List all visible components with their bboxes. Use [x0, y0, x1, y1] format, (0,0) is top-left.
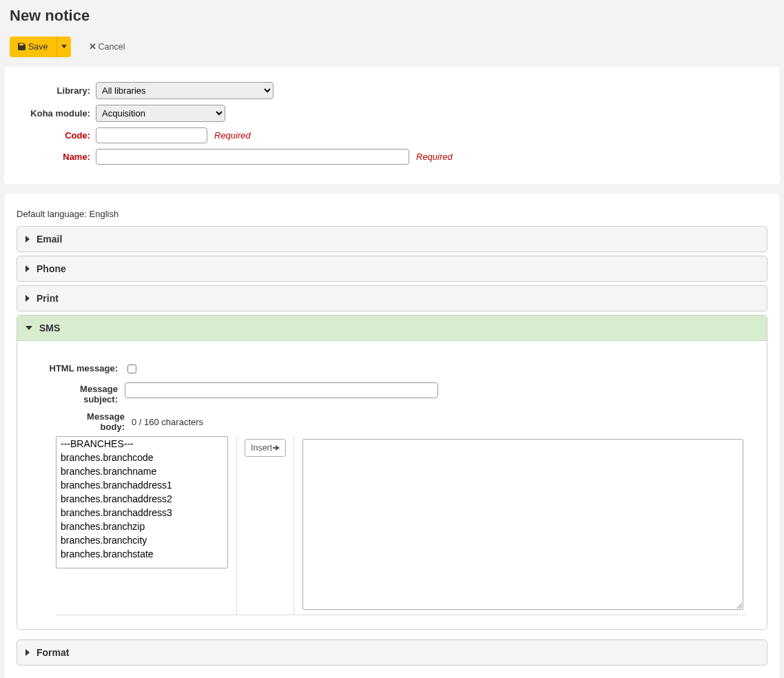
- html-message-checkbox[interactable]: [127, 364, 136, 373]
- caret-down-icon: [61, 45, 67, 48]
- accordion-header-phone[interactable]: Phone: [17, 256, 767, 281]
- tag-option[interactable]: branches.branchname: [56, 464, 227, 478]
- tag-option[interactable]: branches.branchcity: [56, 533, 227, 547]
- tag-option[interactable]: branches.branchaddress2: [56, 492, 227, 506]
- save-button-group: Save: [10, 37, 71, 57]
- accordion-label: Phone: [37, 263, 66, 274]
- insert-button-label: Insert: [251, 443, 272, 453]
- char-counter: 0 / 160 characters: [132, 417, 203, 427]
- tag-option[interactable]: ---BRANCHES---: [56, 437, 227, 451]
- default-language-label: Default language:: [17, 209, 87, 219]
- name-label: Name:: [17, 152, 96, 162]
- subject-input[interactable]: [125, 382, 438, 398]
- tag-option[interactable]: branches.branchzip: [56, 520, 227, 533]
- accordion-label: SMS: [39, 322, 60, 333]
- page-title: New notice: [10, 7, 784, 25]
- tag-list[interactable]: ---BRANCHES---branches.branchcodebranche…: [56, 436, 228, 568]
- library-label: Library:: [17, 85, 96, 96]
- caret-right-icon: [25, 649, 30, 656]
- caret-down-icon: [25, 326, 32, 330]
- insert-column: Insert: [237, 436, 294, 615]
- body-column: [294, 436, 746, 615]
- save-dropdown-toggle[interactable]: [56, 37, 71, 57]
- main-form-panel: Library: All libraries Koha module: Acqu…: [4, 67, 780, 184]
- code-required-text: Required: [214, 130, 251, 141]
- sections-panel: Default language: English Email Phone Pr…: [4, 194, 780, 678]
- accordion-format: Format: [17, 639, 767, 666]
- default-language: Default language: English: [17, 209, 767, 219]
- accordion-label: Format: [37, 647, 69, 658]
- caret-right-icon: [25, 265, 30, 272]
- accordion-email: Email: [17, 226, 767, 252]
- caret-right-icon: [25, 295, 30, 302]
- tag-option[interactable]: branches.branchstate: [56, 547, 227, 561]
- accordion-label: Print: [37, 293, 59, 304]
- arrow-right-icon: [276, 445, 280, 451]
- accordion-sms: SMS HTML message: Message subject: Messa…: [17, 315, 767, 630]
- html-message-label: HTML message:: [43, 362, 125, 373]
- tag-option[interactable]: branches.branchaddress1: [56, 478, 227, 492]
- name-required-text: Required: [416, 152, 453, 162]
- module-label: Koha module:: [17, 108, 96, 119]
- insert-button[interactable]: Insert: [245, 439, 286, 457]
- code-input[interactable]: [96, 127, 207, 143]
- accordion-label: Email: [37, 234, 62, 245]
- accordion-header-print[interactable]: Print: [17, 286, 767, 311]
- accordion-print: Print: [17, 285, 767, 311]
- tags-column: ---BRANCHES---branches.branchcodebranche…: [56, 436, 237, 615]
- message-body-section: Message body: 0 / 160 characters ---BRAN…: [43, 411, 746, 615]
- accordion-header-email[interactable]: Email: [17, 227, 767, 251]
- cancel-button[interactable]: ✕ Cancel: [81, 36, 134, 57]
- code-label: Code:: [17, 130, 96, 141]
- subject-label: Message subject:: [43, 382, 125, 404]
- save-icon: [18, 43, 25, 50]
- save-button-label: Save: [28, 42, 48, 52]
- tag-option[interactable]: branches.branchaddress3: [56, 506, 227, 520]
- accordion-header-format[interactable]: Format: [17, 640, 767, 665]
- sms-body: HTML message: Message subject: Message b…: [17, 341, 767, 629]
- message-body-textarea[interactable]: [302, 439, 743, 610]
- close-icon: ✕: [89, 41, 96, 52]
- library-select[interactable]: All libraries: [96, 82, 274, 99]
- name-input[interactable]: [96, 149, 409, 165]
- body-label: Message body:: [43, 411, 132, 432]
- caret-right-icon: [25, 236, 30, 243]
- cancel-button-label: Cancel: [99, 42, 125, 52]
- tag-option[interactable]: branches.branchcode: [56, 451, 227, 464]
- accordion-header-sms[interactable]: SMS: [17, 316, 767, 341]
- default-language-value: English: [90, 209, 119, 219]
- toolbar: Save ✕ Cancel: [10, 36, 784, 57]
- accordion-phone: Phone: [17, 256, 767, 282]
- save-button[interactable]: Save: [10, 37, 56, 57]
- module-select[interactable]: Acquisition: [96, 105, 225, 122]
